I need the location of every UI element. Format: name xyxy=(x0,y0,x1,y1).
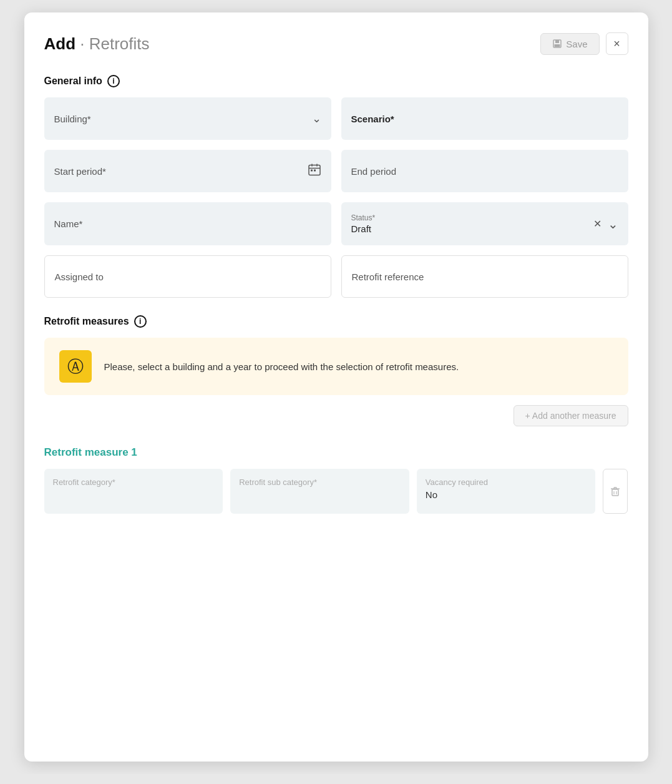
retrofit-measure-1-title: Retrofit measure 1 xyxy=(44,446,628,459)
status-actions: ✕ ⌄ xyxy=(593,217,618,232)
status-content: Status* Draft xyxy=(351,213,618,234)
warning-text: Please, select a building and a year to … xyxy=(104,361,459,372)
title-separator: · xyxy=(75,34,89,53)
status-chevron-icon[interactable]: ⌄ xyxy=(608,217,618,232)
general-info-section: General info i xyxy=(44,75,628,87)
assigned-to-label: Assigned to xyxy=(55,272,104,282)
title-section: Retrofits xyxy=(89,34,150,53)
name-field[interactable]: Name* xyxy=(44,202,331,245)
warning-exclamation-icon: Ⓐ xyxy=(67,356,84,378)
row-name-status: Name* Status* Draft ✕ ⌄ xyxy=(44,202,628,245)
general-info-icon[interactable]: i xyxy=(107,75,120,87)
trash-icon xyxy=(609,485,621,497)
building-chevron-icon: ⌄ xyxy=(312,112,321,125)
retrofit-subcategory-label: Retrofit sub category* xyxy=(239,478,401,487)
warning-icon-wrap: Ⓐ xyxy=(59,350,92,383)
retrofit-subcategory-field[interactable]: Retrofit sub category* xyxy=(230,469,409,514)
header-actions: Save × xyxy=(540,32,628,55)
end-period-label: End period xyxy=(351,166,397,177)
name-label: Name* xyxy=(54,218,83,229)
delete-measure-button[interactable] xyxy=(603,469,628,514)
save-button[interactable]: Save xyxy=(540,33,599,55)
retrofit-measures-section: Retrofit measures i xyxy=(44,315,628,328)
retrofit-reference-field[interactable]: Retrofit reference xyxy=(341,255,628,298)
row-assigned-reference: Assigned to Retrofit reference xyxy=(44,255,628,298)
add-measure-row: + Add another measure xyxy=(44,405,628,441)
status-field[interactable]: Status* Draft ✕ ⌄ xyxy=(341,202,628,245)
retrofit-category-field[interactable]: Retrofit category* xyxy=(44,469,223,514)
status-label: Status* xyxy=(351,213,376,222)
warning-box: Ⓐ Please, select a building and a year t… xyxy=(44,338,628,395)
start-period-field[interactable]: Start period* xyxy=(44,150,331,192)
retrofit-measures-info-icon[interactable]: i xyxy=(134,315,147,328)
save-label: Save xyxy=(566,39,587,49)
svg-rect-7 xyxy=(311,170,313,172)
general-info-label: General info xyxy=(44,76,102,87)
assigned-to-field[interactable]: Assigned to xyxy=(44,255,331,298)
row-periods: Start period* End period xyxy=(44,150,628,192)
svg-rect-9 xyxy=(612,489,618,496)
retrofit-measures-label: Retrofit measures xyxy=(44,316,129,327)
start-period-label: Start period* xyxy=(54,166,106,177)
add-another-measure-button[interactable]: + Add another measure xyxy=(514,405,628,426)
vacancy-required-field[interactable]: Vacancy required No xyxy=(417,469,596,514)
building-label: Building* xyxy=(54,114,91,124)
svg-rect-2 xyxy=(555,44,560,47)
vacancy-required-value: No xyxy=(426,489,587,500)
modal-header: Add · Retrofits Save × xyxy=(44,32,628,55)
save-icon xyxy=(552,39,562,49)
building-field[interactable]: Building* ⌄ xyxy=(44,97,331,140)
scenario-field[interactable]: Scenario* xyxy=(341,97,628,140)
close-button[interactable]: × xyxy=(606,32,628,55)
add-measure-label: + Add another measure xyxy=(525,411,616,421)
status-value: Draft xyxy=(351,223,372,234)
svg-rect-8 xyxy=(314,170,316,172)
row-building-scenario: Building* ⌄ Scenario* xyxy=(44,97,628,140)
scenario-label: Scenario* xyxy=(351,114,394,124)
retrofit-category-label: Retrofit category* xyxy=(53,478,215,487)
title-add: Add xyxy=(44,34,76,53)
start-period-calendar-icon xyxy=(308,163,321,180)
close-icon: × xyxy=(613,37,620,51)
page-title: Add · Retrofits xyxy=(44,34,150,54)
measure-1-row: Retrofit category* Retrofit sub category… xyxy=(44,469,628,514)
vacancy-required-label: Vacancy required xyxy=(426,478,587,487)
svg-rect-1 xyxy=(555,40,559,43)
modal: Add · Retrofits Save × General info i Bu… xyxy=(24,12,648,762)
retrofit-reference-label: Retrofit reference xyxy=(352,272,424,282)
end-period-field[interactable]: End period xyxy=(341,150,628,192)
status-clear-icon[interactable]: ✕ xyxy=(593,218,601,230)
